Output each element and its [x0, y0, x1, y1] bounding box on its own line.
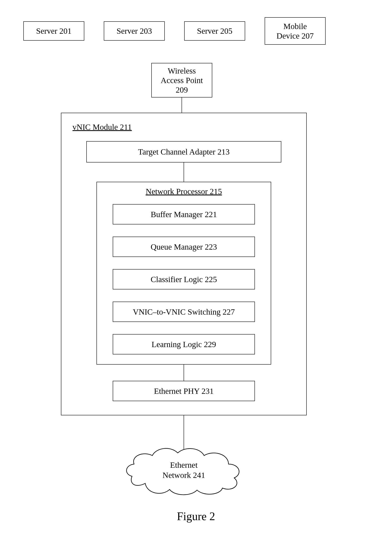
diagram-page: Server 201 Server 203 Server 205 Mobile …: [0, 0, 392, 550]
label-server-203: Server 203: [117, 26, 152, 36]
box-learning-logic: Learning Logic 229: [113, 334, 255, 355]
figure-caption: Figure 2: [0, 510, 392, 523]
label-queue: Queue Manager 223: [151, 242, 217, 252]
label-tca: Target Channel Adapter 213: [138, 147, 230, 157]
label-mobile-device: Mobile Device 207: [276, 21, 314, 41]
label-classifier: Classifier Logic 225: [151, 275, 217, 284]
box-mobile-device-207: Mobile Device 207: [265, 17, 326, 45]
label-buffer: Buffer Manager 221: [151, 210, 217, 219]
box-ethernet-phy: Ethernet PHY 231: [113, 381, 255, 401]
box-server-201: Server 201: [23, 21, 84, 41]
box-queue-manager: Queue Manager 223: [113, 237, 255, 257]
box-buffer-manager: Buffer Manager 221: [113, 204, 255, 224]
label-server-205: Server 205: [197, 26, 232, 36]
box-vnic-switching: VNIC–to-VNIC Switching 227: [113, 302, 255, 322]
connector-wap-to-module: [182, 97, 182, 113]
label-switching: VNIC–to-VNIC Switching 227: [133, 307, 235, 317]
label-learning: Learning Logic 229: [152, 340, 216, 349]
box-server-205: Server 205: [184, 21, 245, 41]
label-server-201: Server 201: [36, 26, 71, 36]
connector-np-to-phy: [184, 365, 184, 381]
cloud-ethernet-network: Ethernet Network 241: [123, 444, 245, 497]
label-np-title: Network Processor 215: [97, 187, 271, 196]
box-server-203: Server 203: [104, 21, 165, 41]
connector-tca-to-np: [184, 162, 184, 182]
label-cloud: Ethernet Network 241: [123, 444, 245, 497]
box-classifier-logic: Classifier Logic 225: [113, 269, 255, 289]
label-vnic-module-title: vNIC Module 211: [72, 122, 132, 132]
box-target-channel-adapter: Target Channel Adapter 213: [86, 141, 281, 162]
box-wireless-access-point: Wireless Access Point 209: [151, 63, 212, 97]
label-phy: Ethernet PHY 231: [154, 386, 214, 396]
label-wap: Wireless Access Point 209: [161, 66, 203, 95]
